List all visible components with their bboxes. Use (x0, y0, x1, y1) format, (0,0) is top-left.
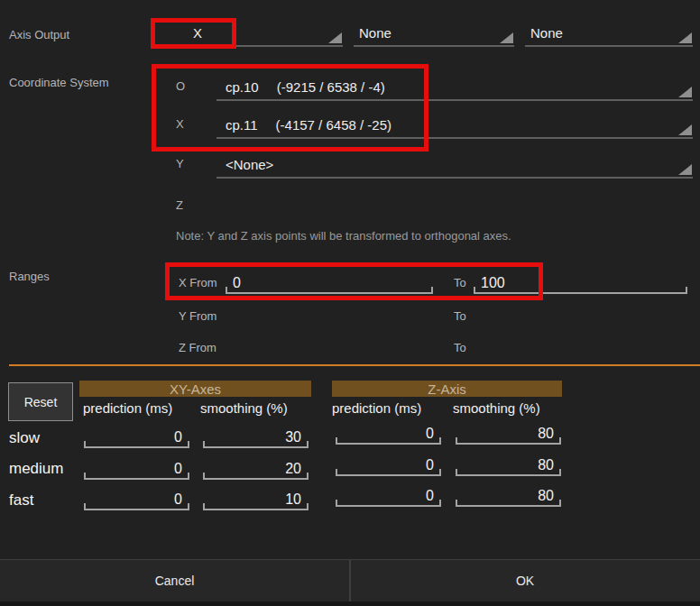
fast-z-prediction-wrap (336, 485, 441, 507)
medium-z-prediction-wrap (336, 454, 441, 476)
section-divider (9, 364, 700, 366)
point-spinner-y-value: <None> (226, 157, 273, 172)
dropdown-triangle-icon (328, 32, 342, 43)
fast-z-smoothing-input[interactable] (456, 485, 561, 507)
fast-z-prediction-input[interactable] (336, 485, 441, 507)
x-to-input-wrap (474, 272, 687, 294)
medium-xy-smoothing-wrap (203, 458, 309, 480)
y-from-label: Y From (179, 309, 216, 323)
point-spinner-o[interactable]: cp.10(-9215 / 6538 / -4) (216, 78, 693, 101)
slow-xy-smoothing-wrap (203, 427, 309, 448)
z-prediction-column-header: prediction (ms) (332, 400, 421, 416)
dropdown-triangle-icon (678, 87, 692, 97)
axis-output-label: Axis Output (9, 28, 69, 41)
axis-output-spinner-2-value: None (359, 25, 391, 41)
point-spinner-y[interactable]: <None> (216, 155, 693, 179)
x-to-label: To (454, 276, 466, 289)
point-name: cp.10 (226, 79, 259, 95)
ok-button[interactable]: OK (350, 560, 700, 601)
slow-xy-prediction-input[interactable] (84, 427, 189, 448)
medium-z-smoothing-wrap (456, 454, 561, 476)
medium-xy-prediction-wrap (84, 458, 189, 480)
axis-output-spinner-1[interactable]: X (182, 23, 343, 47)
point-name: cp.11 (226, 117, 258, 133)
z-axis-group-header: Z-Axis (332, 381, 562, 397)
axis-z-label: Z (176, 198, 183, 212)
axis-output-spinner-3[interactable]: None (525, 23, 693, 47)
xy-smoothing-column-header: smoothing (%) (200, 400, 288, 416)
medium-xy-prediction-input[interactable] (84, 458, 189, 480)
axis-o-label: O (176, 79, 185, 93)
point-spinner-x-value: cp.11(-4157 / 6458 / -25) (226, 117, 391, 133)
xy-axes-group-header: XY-Axes (79, 381, 311, 397)
slow-z-prediction-wrap (336, 423, 441, 445)
z-smoothing-column-header: smoothing (%) (453, 400, 540, 416)
slow-xy-smoothing-input[interactable] (203, 427, 309, 448)
slow-xy-prediction-wrap (84, 427, 189, 448)
medium-z-smoothing-input[interactable] (456, 454, 561, 476)
axis-x-label: X (176, 117, 184, 131)
x-from-input[interactable] (226, 272, 433, 294)
fast-z-smoothing-wrap (456, 485, 561, 507)
x-from-label: X From (179, 276, 217, 289)
z-from-label: Z From (179, 341, 216, 354)
point-spinner-o-value: cp.10(-9215 / 6538 / -4) (226, 79, 385, 95)
point-spinner-x[interactable]: cp.11(-4157 / 6458 / -25) (216, 115, 693, 139)
fast-xy-smoothing-wrap (203, 489, 309, 510)
cancel-button[interactable]: Cancel (0, 560, 349, 601)
slow-z-prediction-input[interactable] (336, 423, 441, 445)
x-from-input-wrap (226, 272, 433, 294)
point-coords: (-4157 / 6458 / -25) (276, 117, 391, 133)
medium-xy-smoothing-input[interactable] (203, 458, 309, 480)
speed-row-label-medium: medium (9, 460, 63, 478)
x-to-input[interactable] (474, 272, 687, 294)
reset-button[interactable]: Reset (8, 382, 73, 421)
y-to-label: To (454, 309, 466, 323)
fast-xy-smoothing-input[interactable] (203, 489, 309, 510)
fast-xy-prediction-input[interactable] (84, 489, 189, 510)
dropdown-triangle-icon (678, 124, 692, 135)
z-to-label: To (454, 341, 466, 354)
point-coords: (-9215 / 6538 / -4) (277, 79, 385, 95)
slow-z-smoothing-input[interactable] (456, 423, 561, 445)
axis-output-spinner-1-value: X (193, 25, 202, 41)
axis-output-spinner-2[interactable]: None (354, 23, 514, 47)
ranges-label: Ranges (9, 270, 50, 283)
dropdown-triangle-icon (500, 32, 513, 43)
medium-z-prediction-input[interactable] (336, 454, 441, 476)
axis-output-spinner-3-value: None (530, 25, 563, 41)
axis-y-label: Y (176, 157, 184, 170)
dropdown-triangle-icon (678, 32, 692, 43)
dropdown-triangle-icon (678, 164, 692, 175)
slow-z-smoothing-wrap (456, 423, 561, 445)
speed-row-label-fast: fast (9, 491, 33, 510)
speed-row-label-slow: slow (9, 429, 40, 447)
orthogonal-axes-note: Note: Y and Z axis points will be transf… (176, 229, 511, 243)
coordinate-system-label: Coordinate System (9, 76, 109, 89)
axis-settings-dialog: Axis Output X None None Coordinate Syste… (0, 0, 700, 606)
bottom-edge-strip (0, 601, 700, 606)
fast-xy-prediction-wrap (84, 489, 189, 510)
xy-prediction-column-header: prediction (ms) (83, 400, 172, 416)
